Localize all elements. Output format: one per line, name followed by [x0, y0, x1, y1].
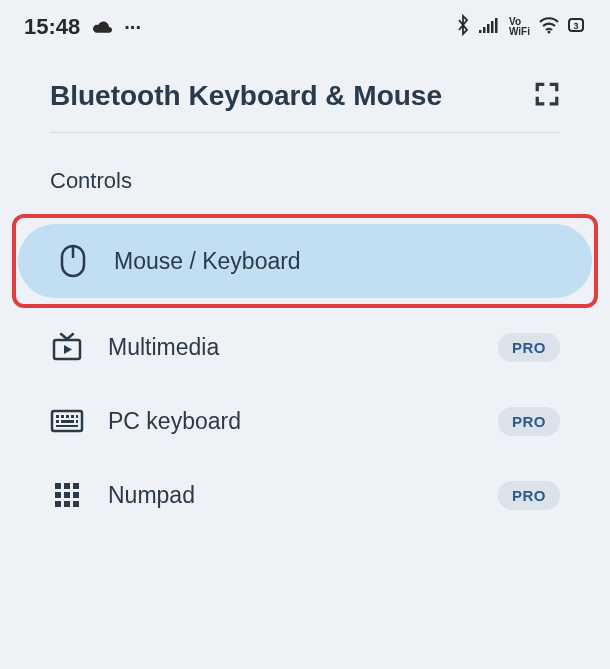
svg-rect-16 — [76, 415, 78, 418]
highlight-box: Mouse / Keyboard — [12, 214, 598, 308]
list-item-mouse-keyboard[interactable]: Mouse / Keyboard — [18, 224, 592, 298]
item-label: Numpad — [108, 482, 474, 509]
svg-rect-23 — [73, 483, 79, 489]
item-label: Multimedia — [108, 334, 474, 361]
page-title: Bluetooth Keyboard & Mouse — [50, 80, 442, 112]
signal-icon — [479, 16, 501, 38]
vowifi-icon: VoWiFi — [509, 17, 530, 37]
cloud-icon — [90, 16, 114, 38]
controls-list: Mouse / Keyboard Multimedia PRO PC keybo… — [0, 214, 610, 532]
status-bar: 15:48 ··· VoWiFi 3 — [0, 0, 610, 50]
svg-rect-25 — [64, 492, 70, 498]
fullscreen-button[interactable] — [534, 81, 560, 111]
header: Bluetooth Keyboard & Mouse — [0, 50, 610, 132]
svg-rect-17 — [56, 420, 59, 423]
status-left: 15:48 ··· — [24, 14, 141, 40]
svg-rect-28 — [64, 501, 70, 507]
pro-badge: PRO — [498, 407, 560, 436]
list-item-multimedia[interactable]: Multimedia PRO — [12, 310, 598, 384]
svg-rect-1 — [483, 27, 486, 33]
battery-icon: 3 — [568, 16, 586, 38]
svg-rect-22 — [64, 483, 70, 489]
svg-rect-12 — [56, 415, 59, 418]
pro-badge: PRO — [498, 481, 560, 510]
svg-rect-26 — [73, 492, 79, 498]
keyboard-icon — [50, 404, 84, 438]
section-label: Controls — [0, 133, 610, 214]
svg-rect-4 — [495, 18, 498, 33]
svg-rect-13 — [61, 415, 64, 418]
bluetooth-icon — [455, 14, 471, 40]
wifi-icon — [538, 16, 560, 38]
multimedia-icon — [50, 330, 84, 364]
svg-rect-20 — [56, 425, 78, 427]
svg-rect-18 — [61, 420, 74, 423]
svg-rect-27 — [55, 501, 61, 507]
svg-rect-15 — [71, 415, 74, 418]
clock-time: 15:48 — [24, 14, 80, 40]
item-label: Mouse / Keyboard — [114, 248, 554, 275]
svg-rect-2 — [487, 24, 490, 33]
pro-badge: PRO — [498, 333, 560, 362]
status-right: VoWiFi 3 — [455, 14, 586, 40]
list-item-pc-keyboard[interactable]: PC keyboard PRO — [12, 384, 598, 458]
svg-rect-24 — [55, 492, 61, 498]
more-icon: ··· — [124, 16, 141, 39]
svg-rect-21 — [55, 483, 61, 489]
list-item-numpad[interactable]: Numpad PRO — [12, 458, 598, 532]
svg-text:3: 3 — [573, 21, 578, 31]
svg-rect-0 — [479, 30, 482, 33]
mouse-icon — [56, 244, 90, 278]
numpad-icon — [50, 478, 84, 512]
svg-rect-3 — [491, 21, 494, 33]
svg-rect-19 — [76, 420, 78, 423]
svg-point-5 — [548, 31, 551, 34]
svg-rect-14 — [66, 415, 69, 418]
svg-rect-29 — [73, 501, 79, 507]
item-label: PC keyboard — [108, 408, 474, 435]
